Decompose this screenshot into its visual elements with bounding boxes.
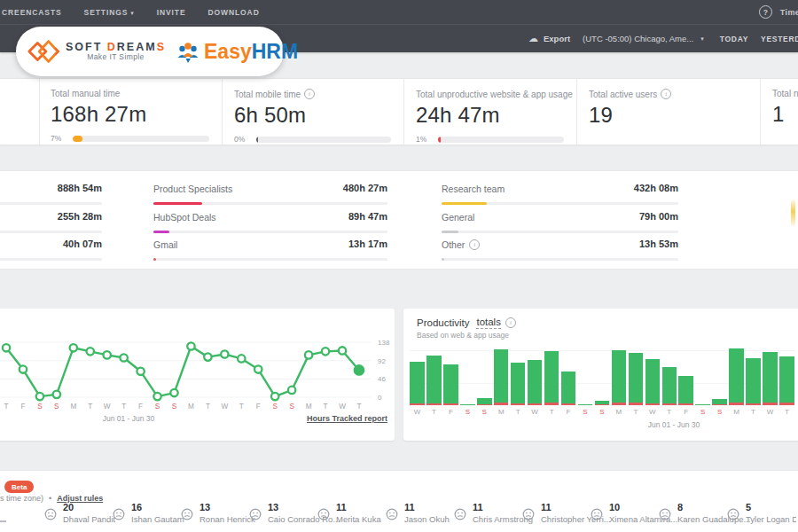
- range-yesterday[interactable]: YESTERDAY: [761, 35, 798, 43]
- bar-unproductive: [729, 403, 744, 405]
- export-button[interactable]: ☁ Export: [528, 34, 570, 43]
- nav-item-screencasts[interactable]: CREENCASTS: [2, 8, 62, 17]
- bar-slot: [661, 344, 677, 405]
- x-axis-label: W: [221, 403, 228, 411]
- nav-item-settings[interactable]: SETTINGS▾: [84, 8, 135, 17]
- user-entry[interactable]: 11Chris Armstrong: [454, 502, 529, 530]
- x-axis-label: W: [762, 408, 778, 416]
- card-label-text: Total ne: [772, 89, 798, 98]
- info-icon[interactable]: i: [304, 89, 315, 99]
- data-point: [221, 350, 228, 357]
- bar-productive: [695, 404, 710, 405]
- nav-item-download[interactable]: DOWNLOAD: [208, 8, 260, 17]
- list-row-time: 432h 08m: [634, 183, 678, 193]
- beta-badge: Beta: [4, 481, 34, 493]
- user-entry[interactable]: 16Ishan Gautam: [113, 502, 188, 530]
- user-entry[interactable]: 11Merita Kuka: [317, 502, 393, 530]
- user-entry[interactable]: 13Caio Conrado Ro...: [249, 502, 325, 530]
- bar-chart-x-axis: WTFSSMTWTFSSMTWTFSSMTWT: [409, 408, 795, 416]
- x-axis-label: S: [272, 403, 278, 411]
- x-axis-label: T: [4, 403, 8, 411]
- progress-track: [256, 137, 391, 143]
- bar-productive: [561, 372, 576, 403]
- data-point: [120, 354, 127, 361]
- user-count: 10: [609, 502, 620, 512]
- list-row-time: 89h 47m: [348, 211, 387, 222]
- summary-card: Total ne1: [760, 79, 798, 145]
- x-axis-label: F: [20, 403, 25, 411]
- data-point: [355, 365, 364, 374]
- x-axis-label: T: [544, 408, 560, 416]
- list-row-name: Otheri: [442, 239, 480, 250]
- data-point: [254, 365, 262, 372]
- bar-unproductive: [629, 403, 644, 405]
- card-value: 19: [589, 103, 751, 128]
- x-axis-label: M: [610, 408, 627, 416]
- card-value: 24h 47m: [416, 103, 567, 128]
- x-axis-label: W: [409, 408, 426, 416]
- bar-slot: [493, 344, 510, 405]
- neutral-face-icon: [522, 508, 535, 524]
- bar-unproductive: [678, 403, 693, 405]
- list-row-name-text: Product Specialists: [153, 184, 232, 194]
- bar-productive: [494, 349, 509, 403]
- bar-slot: [644, 344, 661, 405]
- info-icon[interactable]: i: [469, 239, 480, 250]
- card-value: 6h 50m: [234, 103, 395, 128]
- range-today[interactable]: TODAY: [720, 35, 748, 43]
- data-point: [271, 393, 278, 400]
- user-count: 8: [677, 502, 683, 512]
- user-entry[interactable]: 5Tyler Logan DiLor...: [727, 502, 796, 530]
- bar-productive: [746, 358, 761, 403]
- x-axis-label: M: [306, 403, 312, 411]
- bar-chart-title: Productivitytotals i: [417, 317, 516, 329]
- bar-slot: [694, 344, 711, 405]
- list-row-name-text: Other: [442, 239, 465, 250]
- bar-unproductive: [477, 404, 492, 405]
- bar-slot: [762, 344, 778, 405]
- timezone-dropdown[interactable]: (UTC -05:00) Chicago, Ame... ▾: [583, 34, 704, 43]
- progress-track: [73, 136, 209, 142]
- summary-card: Total unproductive website & app usagei2…: [403, 79, 576, 145]
- list-row-name-text: Research team: [442, 184, 505, 194]
- list-row: 255h 28m: [0, 200, 102, 226]
- nav-item-invite[interactable]: INVITE: [157, 8, 186, 17]
- x-axis-label: M: [728, 408, 745, 416]
- user-entry[interactable]: 20Dhaval Pandit: [44, 502, 120, 530]
- x-axis-label: S: [37, 403, 43, 411]
- x-axis-label: T: [778, 408, 795, 416]
- bar-productive: [678, 376, 693, 403]
- data-point: [339, 347, 346, 354]
- user-entry[interactable]: 13Ronan Henrick: [181, 502, 256, 530]
- bar-productive: [779, 356, 794, 402]
- user-entry[interactable]: 11Christopher Yerri...: [522, 502, 598, 530]
- product-name-label: Time D: [780, 8, 798, 17]
- list-row: 888h 54m: [0, 171, 102, 198]
- info-icon[interactable]: i: [661, 89, 671, 99]
- data-point: [153, 393, 160, 400]
- bar-chart-caption: Jun 01 - Jun 30: [621, 420, 727, 429]
- user-entry[interactable]: 10Ximena Altamira...: [591, 502, 666, 530]
- progress-fill: [256, 137, 258, 143]
- user-entry[interactable]: 8Karen Guadalupe...: [659, 502, 734, 530]
- summary-card: Total manual time168h 27m7%: [39, 79, 222, 145]
- bar-chart-subtitle: Based on web & app usage: [417, 331, 509, 340]
- bar-slot: [711, 344, 728, 405]
- user-entry[interactable]: 11Jason Okuh: [386, 502, 461, 530]
- chevron-down-icon: ▾: [700, 35, 704, 43]
- help-icon[interactable]: ?: [759, 5, 772, 19]
- y-axis-tick: 46: [378, 375, 386, 383]
- bar-productive: [578, 404, 593, 405]
- bar-productive: [763, 352, 778, 402]
- neutral-face-icon: [249, 508, 262, 524]
- user-count: 11: [541, 502, 552, 512]
- card-percent: 7%: [51, 134, 65, 143]
- bar-productive: [477, 398, 492, 404]
- card-label-text: Total unproductive website & app usage: [416, 90, 573, 99]
- bar-slot: [778, 344, 795, 405]
- x-axis-label: S: [54, 403, 59, 411]
- info-icon[interactable]: i: [505, 317, 516, 328]
- next-panel-sliver: [791, 200, 795, 226]
- easyhrm-logo: EasyHRM: [175, 38, 298, 65]
- hours-tracked-report-link[interactable]: Hours Tracked report: [307, 414, 387, 423]
